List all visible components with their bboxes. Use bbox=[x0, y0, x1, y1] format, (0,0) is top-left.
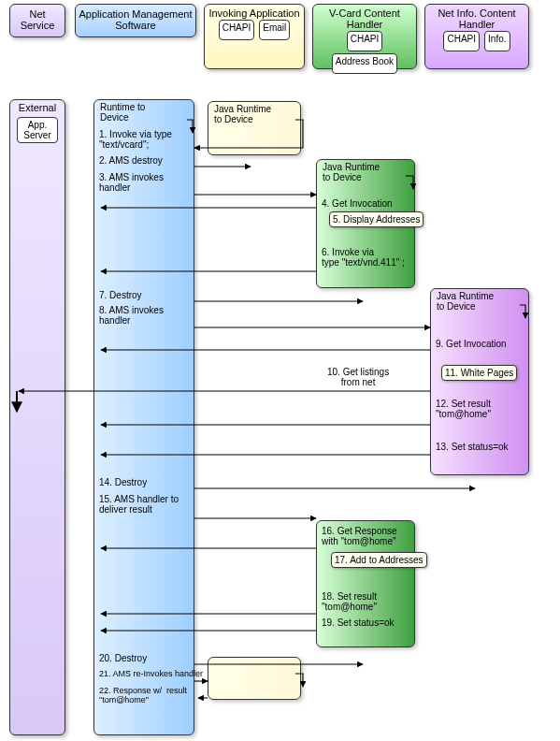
lifeline-invoking-1: Java Runtime to Device bbox=[208, 101, 301, 155]
step-17-box: 17. Add to Addresses bbox=[331, 552, 427, 568]
lane-net-service: Net Service bbox=[9, 4, 65, 37]
lane-label: V-Card Content Handler bbox=[329, 7, 400, 30]
runtime-title: Java Runtime to Device bbox=[437, 291, 494, 312]
lifeline-invoking-2 bbox=[208, 657, 301, 700]
lane-label: Net Info. Content Handler bbox=[438, 7, 515, 30]
lane-external: External App. Server bbox=[9, 99, 65, 735]
step-13: 13. Set status=ok bbox=[436, 442, 509, 452]
lane-label: External bbox=[19, 102, 56, 113]
step-1: 1. Invoke via type "text/vcard"; bbox=[99, 129, 172, 150]
subbox-app-server: App. Server bbox=[17, 117, 58, 143]
subbox-address-book: Address Book bbox=[332, 53, 397, 74]
step-11-box: 11. White Pages bbox=[441, 365, 517, 381]
lane-vcard: V-Card Content Handler CHAPI Address Boo… bbox=[312, 4, 417, 69]
lifeline-ams: Runtime to Device bbox=[93, 99, 194, 735]
step-8: 8. AMS invokes handler bbox=[99, 305, 164, 326]
step-21: 21. AMS re-Invokes handler bbox=[99, 670, 203, 679]
step-19: 19. Set status=ok bbox=[322, 618, 395, 628]
lane-label: Net Service bbox=[21, 8, 55, 31]
step-4: 4. Get Invocation bbox=[322, 198, 393, 209]
runtime-title: Java Runtime to Device bbox=[323, 162, 380, 182]
subbox-chapi: CHAPI bbox=[219, 20, 255, 40]
step-6: 6. Invoke via type "text/vnd.411" ; bbox=[322, 247, 405, 268]
step-22: 22. Response w/ result "tom@home" bbox=[99, 687, 187, 705]
runtime-title: Runtime to Device bbox=[100, 102, 145, 123]
step-15: 15. AMS handler to deliver result bbox=[99, 494, 179, 515]
step-20: 20. Destroy bbox=[99, 653, 147, 663]
subbox-chapi: CHAPI bbox=[347, 31, 383, 51]
step-10: 10. Get listings from net bbox=[327, 367, 389, 387]
step-9: 9. Get Invocation bbox=[436, 339, 507, 349]
step-16: 16. Get Response with "tom@home" bbox=[322, 526, 397, 546]
step-3: 3. AMS invokes handler bbox=[99, 172, 164, 193]
subbox-email: Email bbox=[259, 20, 290, 40]
lane-netinfo: Net Info. Content Handler CHAPI Info. bbox=[424, 4, 529, 69]
lane-ams: Application Management Software bbox=[75, 4, 196, 37]
runtime-title: Java Runtime to Device bbox=[214, 104, 271, 124]
step-12: 12. Set result "tom@home" bbox=[436, 399, 491, 419]
step-5-box: 5. Display Addresses bbox=[329, 211, 424, 227]
step-2: 2. AMS destroy bbox=[99, 155, 163, 166]
lane-invoking: Invoking Application CHAPI Email bbox=[204, 4, 305, 69]
lane-label: Application Management Software bbox=[79, 8, 192, 31]
step-18: 18. Set result "tom@home" bbox=[322, 591, 377, 612]
subbox-chapi: CHAPI bbox=[443, 31, 480, 51]
subbox-info: Info. bbox=[484, 31, 510, 51]
step-14: 14. Destroy bbox=[99, 477, 147, 487]
lane-label: Invoking Application bbox=[208, 7, 299, 19]
step-7: 7. Destroy bbox=[99, 290, 142, 300]
